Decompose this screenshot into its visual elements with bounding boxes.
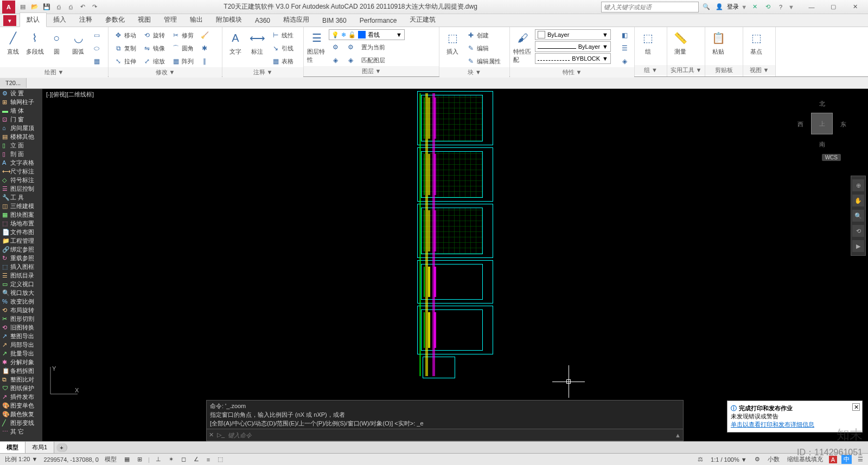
prop-icon3[interactable]: ◈ <box>618 55 631 67</box>
tab-insert[interactable]: 插入 <box>47 13 73 27</box>
t20-item-25[interactable]: ⟲布局旋转 <box>0 306 42 314</box>
t20-item-35[interactable]: ↗插件发布 <box>0 392 42 401</box>
t20-item-13[interactable]: ◫三维建模 <box>0 202 42 210</box>
fillet-button[interactable]: ⌒圆角 <box>169 42 196 54</box>
status-annoscale[interactable]: 1:1 / 100% ▼ <box>709 456 749 463</box>
tab-featured[interactable]: 精选应用 <box>277 13 316 27</box>
group-button[interactable]: ⬚组 <box>638 29 658 56</box>
tab-view[interactable]: 视图 <box>131 13 157 27</box>
tab-annotate[interactable]: 注释 <box>73 13 99 27</box>
qat-print-icon[interactable]: ⎙ <box>65 2 76 12</box>
hatch-icon[interactable]: ▦ <box>90 55 103 67</box>
t20-item-8[interactable]: A文字表格 <box>0 158 42 167</box>
t20-item-36[interactable]: 🎨图变单色 <box>0 401 42 410</box>
basepoint-button[interactable]: ⬚基点 <box>746 29 766 56</box>
rect-icon[interactable]: ▭ <box>90 29 103 41</box>
app-menu-button[interactable]: ▾ <box>3 15 16 26</box>
layeruniso-icon[interactable]: ◈ <box>344 54 357 66</box>
lwt-icon[interactable]: ≡ <box>205 456 212 463</box>
t20-item-17[interactable]: 📁工程管理 <box>0 236 42 245</box>
text-button[interactable]: A文字 <box>226 29 245 56</box>
t20-item-39[interactable]: ⋯其 它 <box>0 427 42 436</box>
pan-icon[interactable]: ✋ <box>852 195 864 206</box>
polyline-button[interactable]: ⌇多段线 <box>25 29 44 56</box>
qat-save-icon[interactable]: 💾 <box>41 2 52 12</box>
create-block-button[interactable]: ✚创建 <box>464 29 503 41</box>
t20-item-20[interactable]: ⬚插入图框 <box>0 262 42 271</box>
stayconnected-icon[interactable]: ⟲ <box>762 2 773 12</box>
t20-item-15[interactable]: ⬚场地布置 <box>0 219 42 228</box>
tab-a360[interactable]: A360 <box>248 15 277 27</box>
maximize-button[interactable]: ▢ <box>822 0 844 14</box>
signin-icon[interactable]: 👤 <box>714 2 725 12</box>
line-button[interactable]: ╱直线 <box>3 29 23 56</box>
snap-icon[interactable]: ⊞ <box>136 456 144 463</box>
close-button[interactable]: ✕ <box>844 0 866 14</box>
t20-item-7[interactable]: ▯剖 面 <box>0 150 42 158</box>
t20-item-10[interactable]: ◇符号标注 <box>0 176 42 184</box>
qat-saveas-icon[interactable]: ⎙ <box>53 2 64 12</box>
layout1-tab[interactable]: 布局1 <box>25 442 54 453</box>
color-dropdown[interactable]: ByLayer▼ <box>535 29 611 40</box>
array-button[interactable]: ▦阵列 <box>169 55 196 67</box>
layer-tools-icon[interactable]: ⚙ <box>329 41 342 53</box>
t20-item-24[interactable]: %改变比例 <box>0 297 42 306</box>
model-tab[interactable]: 模型 <box>0 442 25 453</box>
t20-item-27[interactable]: ⟲旧图转换 <box>0 323 42 332</box>
orbit-icon[interactable]: ⟲ <box>852 225 864 237</box>
t20-item-3[interactable]: ⊡门 窗 <box>0 115 42 124</box>
exchange-icon[interactable]: ✕ <box>749 2 760 12</box>
t20-item-37[interactable]: 🎨颜色恢复 <box>0 410 42 418</box>
status-decimal[interactable]: 小数 <box>766 455 781 463</box>
tab-addins[interactable]: 附加模块 <box>209 13 248 27</box>
qat-undo-icon[interactable]: ↶ <box>77 2 88 12</box>
login-label[interactable]: 登录 <box>727 3 739 11</box>
insert-button[interactable]: ⬚插入 <box>443 29 462 56</box>
panel-group-title[interactable]: 组 ▼ <box>635 65 667 75</box>
t20-item-28[interactable]: ↗整图导出 <box>0 332 42 340</box>
tab-bim360[interactable]: BIM 360 <box>316 15 353 27</box>
panel-modify-title[interactable]: 修改 ▼ <box>108 67 222 78</box>
t20-item-12[interactable]: 🔧工 具 <box>0 193 42 202</box>
leader-button[interactable]: ↘引线 <box>269 42 296 54</box>
tab-tangent[interactable]: 天正建筑 <box>403 13 442 27</box>
gear-icon[interactable]: ⚙ <box>753 456 762 463</box>
t20-item-11[interactable]: ☰图层控制 <box>0 184 42 193</box>
qat-new-icon[interactable]: ▤ <box>17 2 28 12</box>
tpy-icon[interactable]: ⬚ <box>216 456 225 463</box>
t20-item-34[interactable]: 🛡图纸保护 <box>0 384 42 392</box>
showmotion-icon[interactable]: ▶ <box>852 240 864 252</box>
t20-item-9[interactable]: ⟷尺寸标注 <box>0 167 42 176</box>
rotate-button[interactable]: ⟲旋转 <box>141 29 167 41</box>
edit-block-button[interactable]: ✎编辑 <box>464 42 503 54</box>
panel-prop-title[interactable]: 特性 ▼ <box>510 67 634 78</box>
layeriso-icon[interactable]: ◈ <box>329 54 342 66</box>
dimension-button[interactable]: ⟷标注 <box>247 29 267 56</box>
help-icon[interactable]: ? <box>775 2 786 12</box>
t20-item-38[interactable]: ╱图形变线 <box>0 418 42 427</box>
tab-performance[interactable]: Performance <box>353 15 404 27</box>
edit-attr-button[interactable]: ✎编辑属性 <box>464 55 503 67</box>
move-button[interactable]: ✥移动 <box>112 29 138 41</box>
panel-draw-title[interactable]: 绘图 ▼ <box>0 67 108 78</box>
t20-item-21[interactable]: ☰图纸目录 <box>0 271 42 280</box>
zoom-icon[interactable]: 🔍 <box>852 210 864 222</box>
setcurrent-button[interactable]: 置为当前 <box>359 41 387 53</box>
panel-layer-title[interactable]: 图层 ▼ <box>304 66 439 76</box>
linetype-dropdown[interactable]: BYBLOCK▼ <box>535 53 611 64</box>
matchlayer-button[interactable]: 匹配图层 <box>359 54 387 66</box>
view-cube[interactable]: 北 南 东 西 上 <box>797 100 846 148</box>
explode-icon[interactable]: ✱ <box>198 42 211 54</box>
paste-button[interactable]: 📋粘贴 <box>709 29 728 56</box>
tab-output[interactable]: 输出 <box>183 13 209 27</box>
cmd-close-icon[interactable]: ✕ <box>209 431 214 438</box>
panel-block-title[interactable]: 块 ▼ <box>439 67 509 78</box>
stretch-button[interactable]: ⤡拉伸 <box>112 55 138 67</box>
status-model[interactable]: 模型 <box>103 455 118 463</box>
matchprop-button[interactable]: 🖌特性匹配 <box>513 29 533 64</box>
trim-button[interactable]: ✂修剪 <box>169 29 196 41</box>
file-tab[interactable]: T20... <box>0 78 27 88</box>
search-icon[interactable]: 🔍 <box>701 2 712 12</box>
t20-item-16[interactable]: 📄文件布图 <box>0 228 42 236</box>
panel-view-title[interactable]: 视图 ▼ <box>743 65 775 75</box>
